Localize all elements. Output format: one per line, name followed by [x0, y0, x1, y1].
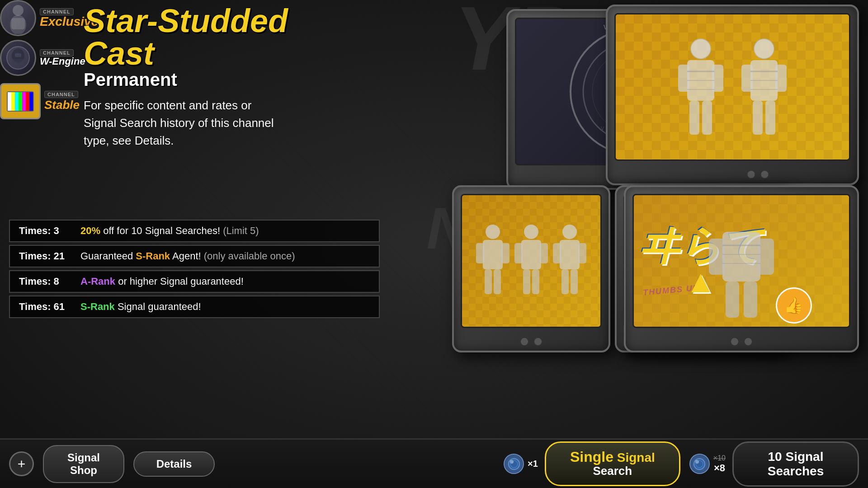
tv-top-right-screen [614, 13, 850, 161]
tv-top-right-content [616, 14, 849, 160]
guarantee-limit-1: (Limit 5) [223, 225, 259, 236]
thumbs-icon: 👍 [784, 296, 804, 315]
tv-knob-tr2 [760, 170, 769, 179]
bar-yellow [11, 92, 15, 111]
guarantee-times-4: Times: 61 [19, 301, 73, 313]
guarantee-row-2: Times: 21 Guaranteed S-Rank Agent! (only… [9, 245, 380, 267]
svg-point-59 [524, 225, 538, 239]
details-button[interactable]: Details [133, 451, 215, 477]
svg-rect-32 [678, 65, 689, 92]
title-area: Star-Studded Cast Permanent For specific… [84, 5, 289, 150]
single-currency-display: ×1 [504, 454, 538, 474]
stable-tv-icon [0, 83, 41, 119]
guarantee-text-1a: off for 10 Signal Searches! [103, 225, 223, 236]
tv-knob-bl1 [520, 337, 529, 346]
figure-bl-1 [475, 223, 511, 300]
svg-rect-57 [485, 269, 492, 294]
svg-rect-66 [560, 240, 580, 269]
description-area: For specific content and rates or Signal… [84, 97, 287, 150]
plus-icon: + [18, 456, 26, 472]
currency-orb-icon [507, 457, 521, 471]
guarantee-once: (only available once) [204, 250, 295, 262]
svg-point-53 [486, 225, 500, 239]
highlight-20pct: 20% [80, 225, 100, 236]
tv-bottom-left [452, 185, 610, 352]
svg-rect-41 [741, 65, 753, 92]
svg-rect-64 [532, 269, 539, 294]
figure-2-svg [737, 35, 791, 139]
guarantee-info: Times: 3 20% off for 10 Signal Searches!… [9, 220, 380, 321]
channel-avatar-exclusive [0, 0, 36, 36]
highlight-arank: A-Rank [80, 276, 115, 287]
svg-rect-56 [501, 243, 509, 263]
svg-rect-81 [744, 282, 757, 318]
single-search-bottom-line: Search [593, 464, 632, 478]
guarantee-text-2a: Guaranteed [80, 250, 136, 262]
bar-white [8, 92, 11, 111]
svg-rect-54 [483, 240, 503, 269]
figure-1-svg [674, 35, 728, 139]
svg-point-65 [562, 225, 577, 239]
svg-point-30 [691, 39, 711, 59]
figure-br-svg [705, 202, 778, 320]
tv-top-right-vent [696, 174, 742, 175]
ten-signal-search-button[interactable]: 10 Signal Searches [732, 441, 859, 487]
stable-tv-screen [7, 91, 34, 112]
guarantee-text-3a: or higher Signal guaranteed! [118, 276, 244, 287]
character-avatar-icon [2, 2, 34, 34]
stable-tv-color-bars [8, 92, 33, 111]
svg-rect-68 [578, 243, 586, 263]
svg-rect-78 [709, 239, 725, 275]
svg-rect-34 [689, 101, 699, 135]
channel-label-wengine: W-Engine [40, 56, 85, 66]
description-text: For specific content and rates or Signal… [84, 97, 287, 150]
guarantee-row-3: Times: 8 A-Rank or higher Signal guarant… [9, 270, 380, 293]
details-label: Details [156, 458, 192, 470]
tv-bottom-right-controls [730, 337, 753, 346]
bottom-navigation-bar: + SignalShop Details ×1 Single Signal [0, 438, 868, 488]
signal-shop-button[interactable]: SignalShop [43, 445, 124, 483]
tv-top-right-body [606, 5, 859, 185]
tv-knob-tr1 [747, 170, 756, 179]
tv-top-right-controls [696, 170, 769, 179]
single-currency-x: ×1 [528, 459, 538, 469]
single-signal-search-button[interactable]: Single Signal Search [545, 441, 680, 486]
svg-rect-44 [765, 101, 775, 135]
vent-line-tr2 [720, 174, 742, 175]
highlight-srank-agent: S-Rank [136, 250, 170, 262]
single-label-rest: Signal [617, 450, 655, 465]
tv-bottom-left-content [462, 195, 600, 327]
channel-label-stable: Stable [44, 98, 80, 112]
svg-rect-62 [540, 243, 548, 263]
tv-bottom-left-figures [475, 223, 588, 300]
channel-avatar-wengine [0, 40, 36, 76]
figure-bl-3 [552, 223, 588, 300]
page-title: Star-Studded Cast [84, 5, 289, 70]
svg-rect-70 [571, 269, 578, 294]
guarantee-row-4: Times: 61 S-Rank Signal guaranteed! [9, 296, 380, 318]
single-search-group: ×1 Single Signal Search [504, 441, 680, 486]
svg-rect-60 [521, 240, 541, 269]
plus-button[interactable]: + [9, 451, 34, 476]
tv-knob-br1 [730, 337, 739, 346]
svg-point-39 [754, 39, 774, 59]
bar-red [26, 92, 29, 111]
svg-rect-69 [561, 269, 569, 294]
svg-rect-5 [12, 59, 24, 65]
svg-rect-6 [15, 53, 21, 57]
tv-bottom-right-figure [705, 202, 778, 320]
guarantee-desc-2: Guaranteed S-Rank Agent! (only available… [80, 250, 295, 262]
thumbs-badge: 👍 [776, 287, 812, 324]
guarantee-times-2: Times: 21 [19, 250, 73, 262]
bar-green [19, 92, 22, 111]
ten-search-label-bottom: Searches [768, 464, 824, 479]
highlight-srank-signal: S-Rank [80, 301, 115, 312]
vent-line-tr1 [696, 174, 718, 175]
svg-rect-61 [514, 243, 523, 263]
svg-rect-80 [726, 282, 739, 318]
engine-avatar-icon [2, 42, 34, 74]
ten-currency-display: ×10 ×8 [689, 454, 726, 474]
ten-currency-strikethrough: ×10 [713, 454, 726, 462]
page-subtitle: Permanent [84, 70, 289, 89]
svg-rect-2 [11, 18, 25, 29]
